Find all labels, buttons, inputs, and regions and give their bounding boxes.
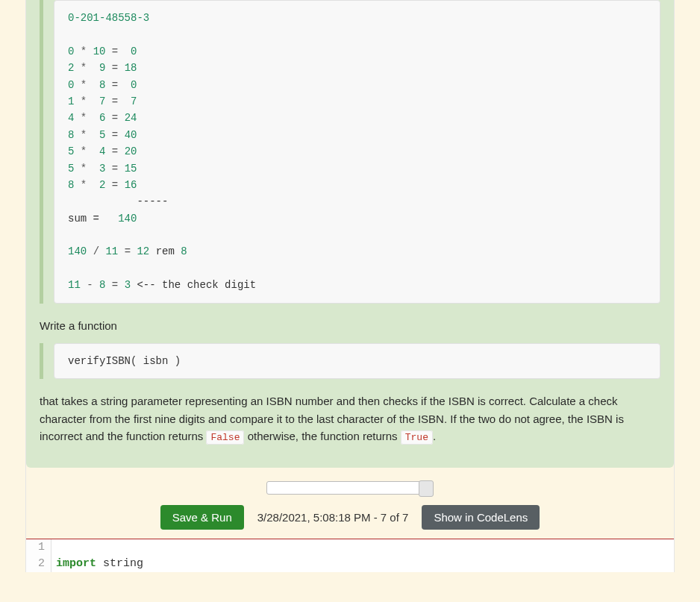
save-run-button[interactable]: Save & Run bbox=[160, 505, 244, 530]
exercise-description: that takes a string parameter representi… bbox=[40, 392, 660, 445]
code-content[interactable]: import string bbox=[51, 556, 143, 572]
history-slider[interactable] bbox=[266, 481, 434, 495]
code-line[interactable]: 2import string bbox=[26, 556, 674, 572]
show-codelens-button[interactable]: Show in CodeLens bbox=[422, 505, 540, 530]
example-blockquote: 0-201-48558-3 0 * 10 = 0 2 * 9 = 18 0 * … bbox=[40, 0, 660, 304]
editor-controls: Save & Run 3/28/2021, 5:08:18 PM - 7 of … bbox=[26, 501, 674, 533]
line-number: 2 bbox=[26, 556, 51, 572]
inline-code-false: False bbox=[206, 430, 244, 445]
exercise-block: 0-201-48558-3 0 * 10 = 0 2 * 9 = 18 0 * … bbox=[26, 0, 674, 468]
code-line[interactable]: 1 bbox=[26, 539, 674, 556]
code-content[interactable] bbox=[51, 539, 56, 556]
run-status: 3/28/2021, 5:08:18 PM - 7 of 7 bbox=[257, 511, 409, 524]
function-signature-code: verifyISBN( isbn ) bbox=[54, 343, 660, 379]
code-editor[interactable]: 12import string bbox=[26, 539, 674, 572]
line-number: 1 bbox=[26, 539, 51, 556]
active-code-widget: Save & Run 3/28/2021, 5:08:18 PM - 7 of … bbox=[26, 478, 674, 572]
signature-blockquote: verifyISBN( isbn ) bbox=[40, 343, 660, 379]
history-slider-thumb[interactable] bbox=[419, 480, 434, 497]
history-slider-row bbox=[26, 478, 674, 501]
write-a-function-label: Write a function bbox=[40, 317, 660, 334]
isbn-example-code: 0-201-48558-3 0 * 10 = 0 2 * 9 = 18 0 * … bbox=[54, 0, 660, 304]
inline-code-true: True bbox=[401, 430, 433, 445]
